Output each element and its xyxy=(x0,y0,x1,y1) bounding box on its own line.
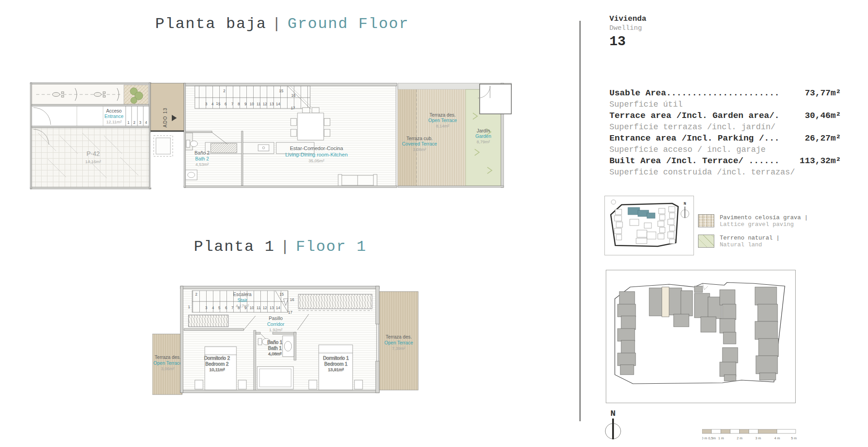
step-number: 3 xyxy=(139,120,142,125)
ground-title-es: Planta baja xyxy=(155,15,266,33)
wardrobe xyxy=(298,294,372,309)
stair-number: 8 xyxy=(238,102,240,106)
room-area: 12,11m² xyxy=(106,119,122,124)
terraces: Terraza des. Open Terrace 8,14m² Terraza… xyxy=(398,83,512,188)
panel-divider xyxy=(580,21,580,421)
map-legend: Pavimento celosía grava | Lattice gravel… xyxy=(698,214,852,255)
dwelling-number: 13 xyxy=(609,34,646,49)
room-label-es: Dormitorio 1 xyxy=(323,355,349,361)
legend-label-es: Terreno natural | xyxy=(720,235,780,241)
stair-number: 9 xyxy=(245,102,247,106)
stair-number: 1 xyxy=(188,305,190,309)
north-arrow: N xyxy=(603,408,625,446)
stair-number: 16 xyxy=(290,297,294,302)
room-label-es: Terraza des. xyxy=(155,354,181,360)
area-row: Built Area /Incl. Terrace/ ...... 113,32… xyxy=(609,155,841,167)
stair-number: 15 xyxy=(279,292,284,296)
room-label-en: Bedroom 1 xyxy=(324,361,348,367)
stair-number: 14 xyxy=(276,306,280,310)
terrace-right: Terraza des. Open Terrace 7,39m² xyxy=(379,292,418,390)
building-cluster-right xyxy=(755,287,778,380)
mini-site-map: N xyxy=(604,196,694,255)
gravel-paving-swatch xyxy=(698,214,714,227)
room-label-es: Baño 1 xyxy=(267,339,282,345)
area-label: Terrace area /Incl. Garden area/. xyxy=(609,111,779,121)
room-label-en: Stair xyxy=(237,297,247,303)
scale-label: 0 m xyxy=(702,436,707,440)
storage-corridor xyxy=(32,84,149,104)
stair-number: 7 xyxy=(231,306,234,310)
stair-number: 10 xyxy=(250,102,254,106)
dwelling-label-en: Dwelling xyxy=(609,24,646,32)
scale-label: 3 m xyxy=(755,436,761,440)
room-label-es: Terraza cub. xyxy=(406,136,433,141)
building-cluster-bottom xyxy=(720,348,738,381)
parking-code: P-42 xyxy=(86,150,100,157)
north-label: N xyxy=(684,202,686,206)
room-label-en: Open Terrace xyxy=(384,340,413,345)
stair-number: 7 xyxy=(231,102,234,106)
stair-number: 5 xyxy=(218,306,221,310)
stair-number: 6 xyxy=(225,306,227,310)
floor1-block: 2 1 3 4 5 6 7 8 9 10 11 12 13 14 15 16 1… xyxy=(180,286,379,393)
stair-number: 15 xyxy=(279,89,283,93)
ground-floor-plan: 1 2 3 4 Acceso Entrance 12,11m² P-42 14,… xyxy=(30,82,512,191)
door-code-label: ADO 13 xyxy=(163,107,168,127)
ground-floor-title: Planta baja|Ground Floor xyxy=(2,15,562,33)
entry-corridor: 1 2 3 4 Acceso Entrance 12,11m² xyxy=(32,106,149,126)
living-block: 2 1 3 4 5 6 7 8 9 10 11 12 13 14 15 16 1… xyxy=(184,83,398,188)
room-area: 4,17m² xyxy=(236,303,249,308)
stair-number: 2 xyxy=(223,89,226,93)
stair-number: 6 xyxy=(225,102,227,106)
room-label-en: Bath 2 xyxy=(195,156,209,161)
floor1-title-es: Planta 1 xyxy=(194,238,275,255)
room-label-es: Acceso xyxy=(106,108,122,113)
floor1-title-en: Floor 1 xyxy=(296,238,367,255)
area-label: Entrance area /Incl. Parking /... xyxy=(609,133,779,143)
ground-title-en: Ground Floor xyxy=(288,15,409,33)
area-row: Terrace area /Incl. Garden area/. 30,46m… xyxy=(609,110,841,122)
stair-number: 2 xyxy=(195,292,198,296)
entry-porch: ADO 13 xyxy=(151,83,184,188)
legend-item: Terreno natural | Natural land xyxy=(698,235,852,248)
area-label: Built Area /Incl. Terrace/ ...... xyxy=(609,156,779,166)
room-label-es: Escalera xyxy=(233,292,252,297)
room-label-en: Living-Dining room-Kitchen xyxy=(285,152,348,157)
legend-label-en: Lattice gravel paving xyxy=(720,221,808,228)
area-value: 26,27m² xyxy=(805,133,841,144)
room-area: 8,14m² xyxy=(436,123,449,128)
stair-number: 11 xyxy=(257,306,261,310)
room-label-en: Garden xyxy=(475,133,491,139)
dwelling-header: Vivienda Dwelling 13 xyxy=(609,14,646,49)
area-row-es: Superficie útil xyxy=(609,99,841,110)
room-label-en: Corridor xyxy=(267,321,284,327)
stair-number: 13 xyxy=(269,306,274,310)
site-plan xyxy=(606,270,796,403)
glass-wall xyxy=(396,86,398,186)
stair-number: 5 xyxy=(218,102,221,106)
legend-label-en: Natural land xyxy=(720,241,780,248)
room-area: 8,79m² xyxy=(476,139,490,144)
title-separator: | xyxy=(280,238,290,255)
legend-item: Pavimento celosía grava | Lattice gravel… xyxy=(698,214,852,228)
stair-number: 4 xyxy=(212,102,214,106)
legend-label-es: Pavimento celosía grava | xyxy=(720,214,808,221)
area-row-es: Superficie terrazas /incl. jardín/ xyxy=(609,122,841,133)
area-summary: Usable Area...................... 73,77m… xyxy=(609,88,841,178)
step-number: 2 xyxy=(133,120,136,125)
room-area: 35,05m² xyxy=(309,158,325,163)
room-area: 13,91m² xyxy=(328,367,344,372)
street-entry-room xyxy=(478,84,511,114)
step-number: 4 xyxy=(145,120,147,125)
stair-number: 10 xyxy=(250,306,254,310)
stair-number: 3 xyxy=(205,102,208,106)
natural-land-swatch xyxy=(698,235,714,248)
title-separator: | xyxy=(272,15,282,33)
area-value: 113,32m² xyxy=(800,155,841,167)
step-number: 1 xyxy=(127,120,130,125)
area-value: 30,46m² xyxy=(805,110,841,122)
scale-label: 5 m xyxy=(791,436,797,440)
room-label-en: Open Terrace xyxy=(153,360,182,366)
area-row: Usable Area...................... 73,77m… xyxy=(609,88,841,99)
area-label: Usable Area...................... xyxy=(609,88,779,98)
